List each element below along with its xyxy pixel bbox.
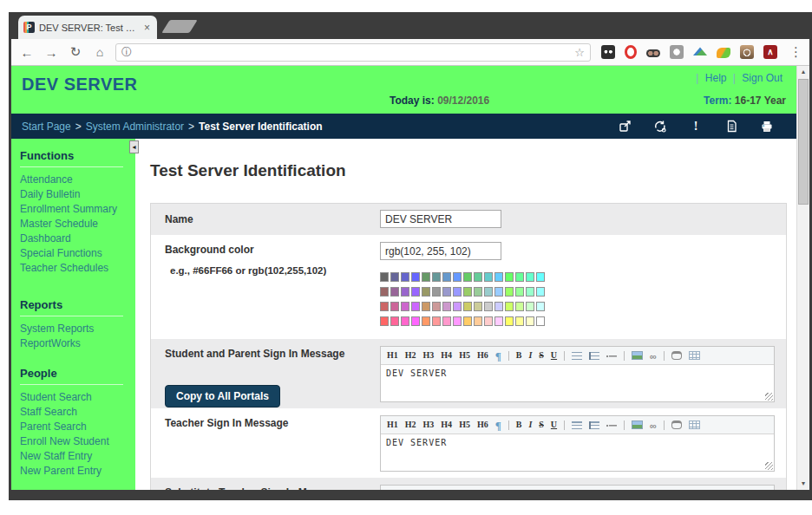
ghostery-extension-icon[interactable] (601, 45, 615, 59)
back-icon[interactable]: ← (18, 45, 36, 60)
instagram-extension-icon[interactable] (740, 45, 754, 59)
sidebar-item-daily-bulletin[interactable]: Daily Bulletin (20, 187, 135, 202)
opera-extension-icon[interactable] (625, 45, 637, 59)
color-swatch[interactable] (411, 302, 420, 311)
color-swatch[interactable] (401, 287, 409, 297)
color-swatch[interactable] (380, 287, 389, 297)
color-swatch[interactable] (422, 287, 430, 297)
strikethrough-button[interactable]: S (539, 351, 544, 360)
color-swatch[interactable] (474, 287, 482, 297)
sidebar-item-system-reports[interactable]: System Reports (20, 322, 135, 336)
ordered-list-icon[interactable] (589, 421, 599, 429)
color-swatch[interactable] (494, 272, 503, 282)
background-color-input[interactable] (380, 242, 501, 260)
color-swatch[interactable] (494, 302, 503, 311)
color-swatch[interactable] (494, 287, 503, 297)
link-icon[interactable] (650, 486, 657, 490)
diigo-extension-icon[interactable] (693, 45, 707, 59)
color-swatch[interactable] (411, 316, 420, 326)
alerts-icon[interactable]: ! (689, 120, 703, 134)
scroll-down-icon[interactable]: ▾ (797, 478, 809, 490)
color-swatch[interactable] (526, 287, 534, 297)
teacher-message-textarea[interactable]: DEV SERVER (381, 434, 774, 471)
browser-tab[interactable]: P DEV SERVER: Test Server × (18, 16, 157, 39)
heading3-button[interactable]: H3 (423, 420, 435, 429)
help-link[interactable]: Help (705, 72, 727, 84)
color-swatch[interactable] (422, 302, 430, 311)
link-icon[interactable] (650, 417, 657, 433)
color-swatch[interactable] (432, 302, 441, 311)
heading5-button[interactable]: H5 (459, 351, 470, 360)
color-swatch[interactable] (474, 302, 482, 311)
sidebar-item-enrollment-summary[interactable]: Enrollment Summary (20, 202, 135, 217)
color-swatch[interactable] (411, 272, 420, 282)
heading6-button[interactable]: H6 (477, 351, 488, 360)
heading6-button[interactable]: H6 (477, 420, 488, 429)
new-tab-button[interactable] (161, 20, 197, 33)
heading1-button[interactable]: H1 (387, 420, 398, 429)
forward-icon[interactable]: → (43, 45, 60, 60)
color-swatch[interactable] (453, 272, 462, 282)
color-swatch[interactable] (453, 316, 462, 326)
color-swatch[interactable] (442, 302, 451, 311)
color-swatch[interactable] (474, 316, 482, 326)
sidebar-item-student-search[interactable]: Student Search (20, 390, 135, 405)
color-swatch[interactable] (442, 316, 451, 326)
open-in-new-window-icon[interactable] (618, 120, 632, 134)
term-selector[interactable]: Term: 16-17 Year (704, 95, 786, 107)
unordered-list-icon[interactable] (572, 421, 582, 429)
color-swatch[interactable] (380, 272, 389, 282)
heading1-button[interactable]: H1 (387, 351, 398, 360)
color-swatch[interactable] (505, 287, 514, 297)
paragraph-button[interactable]: ¶ (495, 420, 501, 431)
color-swatch[interactable] (505, 272, 514, 282)
ordered-list-icon[interactable] (589, 352, 599, 360)
incognito-glasses-extension-icon[interactable] (646, 49, 660, 57)
panel-icon[interactable] (671, 420, 682, 429)
sidebar-item-reportworks[interactable]: ReportWorks (20, 336, 135, 351)
bold-button[interactable]: B (516, 420, 522, 429)
color-swatch[interactable] (432, 287, 441, 297)
color-swatch[interactable] (432, 272, 441, 282)
breadcrumb-start-page-link[interactable]: Start Page (22, 121, 71, 133)
heading5-button[interactable]: H5 (459, 420, 470, 429)
sidebar-item-attendance[interactable]: Attendance (20, 173, 135, 187)
color-swatch[interactable] (515, 287, 524, 297)
horizontal-rule-icon[interactable] (606, 352, 617, 360)
address-bar[interactable]: ⓘ ☆ (115, 43, 591, 62)
horizontal-rule-icon[interactable] (606, 421, 617, 429)
color-swatch[interactable] (505, 316, 514, 326)
color-swatch[interactable] (484, 316, 493, 326)
color-swatch[interactable] (463, 316, 472, 326)
browser-menu-icon[interactable]: ⋮ (789, 44, 802, 60)
color-swatch[interactable] (463, 302, 472, 311)
home-icon[interactable]: ⌂ (91, 45, 108, 59)
color-swatch[interactable] (526, 272, 534, 282)
color-swatch[interactable] (515, 272, 524, 282)
color-swatch[interactable] (422, 316, 430, 326)
feedly-extension-icon[interactable] (717, 48, 730, 58)
underline-button[interactable]: U (551, 420, 557, 429)
refresh-search-icon[interactable] (653, 120, 667, 134)
color-swatch[interactable] (484, 287, 493, 297)
heading3-button[interactable]: H3 (423, 351, 435, 360)
color-swatch[interactable] (453, 287, 462, 297)
color-swatch[interactable] (390, 287, 399, 297)
sidebar-item-teacher-schedules[interactable]: Teacher Schedules (20, 261, 135, 276)
paragraph-button[interactable]: ¶ (495, 489, 501, 491)
report-document-icon[interactable] (724, 120, 738, 134)
sidebar-item-parent-search[interactable]: Parent Search (20, 420, 135, 434)
heading2-button[interactable]: H2 (405, 351, 416, 360)
sidebar-item-enroll-new-student[interactable]: Enroll New Student (20, 434, 135, 449)
italic-button[interactable]: I (528, 351, 532, 360)
link-icon[interactable] (650, 348, 657, 363)
color-swatch[interactable] (463, 272, 472, 282)
color-swatch[interactable] (442, 287, 451, 297)
heading2-button[interactable]: H2 (405, 420, 416, 429)
color-swatch[interactable] (536, 316, 545, 326)
color-swatch[interactable] (390, 316, 399, 326)
color-swatch[interactable] (453, 302, 462, 311)
sidebar-item-staff-search[interactable]: Staff Search (20, 405, 135, 420)
color-swatch[interactable] (390, 302, 399, 311)
copy-to-all-portals-button[interactable]: Copy to All Portals (165, 385, 280, 407)
